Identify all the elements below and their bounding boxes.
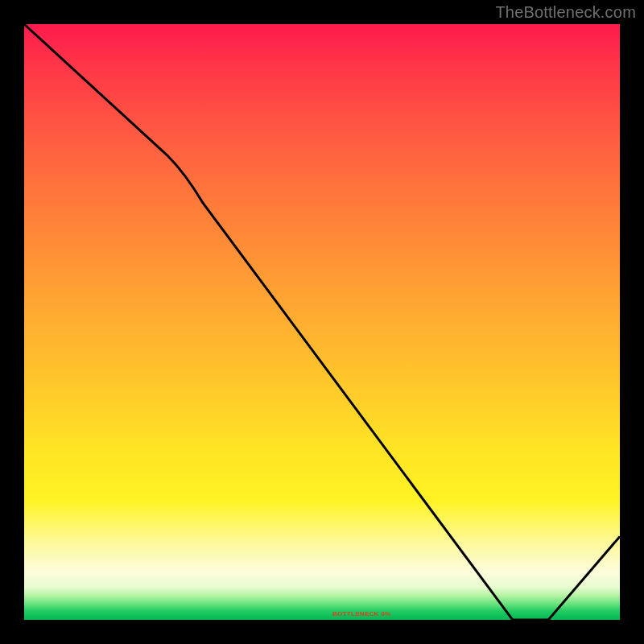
plot-area: BOTTLENECK 0%: [24, 24, 620, 620]
bottleneck-curve: [24, 24, 620, 620]
watermark-text: TheBottleneck.com: [495, 3, 636, 22]
chart-container: TheBottleneck.com BOTTLENECK 0%: [0, 0, 644, 644]
curve-layer: [24, 24, 620, 620]
bottleneck-zero-label: BOTTLENECK 0%: [332, 610, 390, 617]
